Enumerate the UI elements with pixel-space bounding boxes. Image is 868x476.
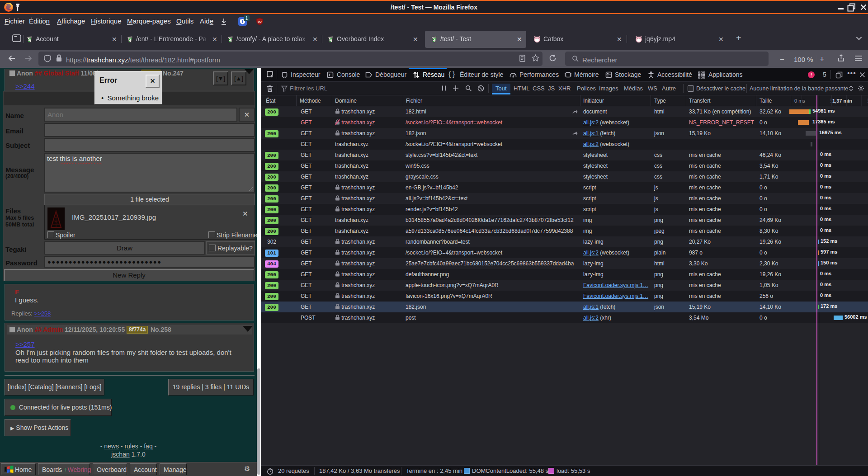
svg-text:uO: uO bbox=[258, 20, 262, 23]
